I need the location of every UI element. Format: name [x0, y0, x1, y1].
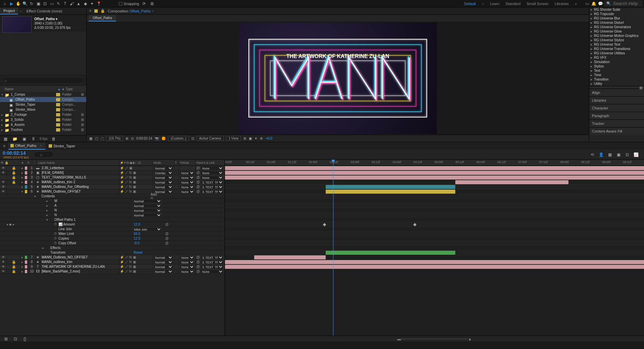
property-row[interactable]: Line Join Miter Join — [0, 227, 225, 232]
search-help[interactable]: 🔍 — [604, 0, 643, 7]
panel-paragraph[interactable]: Paragraph — [589, 112, 644, 119]
track-row[interactable] — [225, 194, 644, 199]
comp-subtab[interactable]: Offset_Paths — [89, 15, 116, 21]
clone-tool-icon[interactable]: ▲ — [75, 0, 82, 7]
new-comp-icon[interactable]: ▣ — [21, 136, 28, 142]
workspace-standard[interactable]: Standard — [506, 2, 521, 6]
text-tool-icon[interactable]: T — [62, 0, 68, 7]
track-row[interactable] — [225, 260, 644, 264]
property-row[interactable]: ▸ N Normal — [0, 213, 225, 217]
track-row[interactable] — [225, 232, 644, 236]
layer-bar[interactable] — [326, 251, 456, 255]
panel-character[interactable]: Character — [589, 104, 644, 112]
chat-icon[interactable]: 💬 — [597, 0, 604, 7]
sync-icon[interactable]: ▭ — [584, 0, 590, 7]
toggle-mask-icon[interactable]: ▢ — [95, 137, 98, 140]
toggle-proxy-icon[interactable]: ⬚ — [101, 137, 104, 140]
timecode-display[interactable]: 0:00:02:14 — [136, 137, 152, 140]
effects-browser[interactable]: ▸RG Shooter Suite▸RG Trapcode▸RG Univers… — [589, 7, 644, 86]
layer-bar[interactable] — [455, 180, 568, 184]
timeline-search-input[interactable] — [34, 151, 54, 158]
timeline-zoom-slider[interactable] — [401, 338, 468, 340]
keyframe-diamond[interactable] — [413, 223, 416, 227]
layer-row[interactable]: 👁 ▸ 7 ★ MANN_Outlines_NO_OFFSET ⚡／ fx▣ N… — [0, 255, 225, 260]
shape-tool-icon[interactable]: ▭ — [48, 0, 55, 7]
track-row[interactable] — [225, 170, 644, 175]
trash-icon[interactable]: 🗑 — [50, 136, 57, 142]
pen-tool-icon[interactable]: ✎ — [55, 0, 62, 7]
track-row[interactable] — [225, 185, 644, 189]
track-row[interactable] — [225, 246, 644, 250]
track-row[interactable] — [225, 180, 644, 185]
timeline-layer-rows[interactable]: 👁 🔒 ▸ 1 ▬ 2.35_Letterbox ⚡／▣ Normal @Non… — [0, 166, 225, 336]
effect-category[interactable]: ▸RG Universe Transitions — [589, 47, 644, 51]
track-row[interactable] — [225, 264, 644, 269]
tab-effect-controls[interactable]: Effect Controls (none) — [23, 7, 66, 14]
pan-behind-icon[interactable]: ⊡ — [42, 0, 48, 7]
lock-icon[interactable]: 🔒 — [100, 9, 105, 13]
hand-tool-icon[interactable]: ✋ — [15, 0, 21, 7]
project-item[interactable]: ▸ 📁 4_Assets Folder ⊞ — [0, 122, 86, 127]
adjust-icon[interactable]: 🎚 — [30, 136, 37, 142]
effect-category[interactable]: ▸RG VFX — [589, 55, 644, 60]
track-row[interactable] — [225, 208, 644, 213]
timeline-ruler[interactable]: 0:00f00:12f01:00f01:12f02:00f02:12f03:00… — [225, 160, 644, 166]
layer-row[interactable]: 👁 🔒 ▸ 1 ▬ 2.35_Letterbox ⚡／▣ Normal @Non… — [0, 166, 225, 170]
col-mode[interactable]: Mode — [153, 160, 174, 165]
track-row[interactable] — [225, 189, 644, 194]
timeline-tab[interactable]: Offset_Paths≡ — [8, 142, 45, 150]
track-row[interactable] — [225, 166, 644, 170]
timeline-current-time[interactable]: 0:00:02:14 — [3, 150, 29, 156]
selection-tool-icon[interactable]: ▶ — [8, 0, 15, 7]
project-item[interactable]: ▣ Offset_Paths Compo... — [0, 97, 86, 102]
panel-content-aware-fill[interactable]: Content-Aware Fill — [589, 127, 644, 135]
property-row[interactable]: ⏱ Copies 12.0 @ — [0, 236, 225, 241]
track-row[interactable] — [225, 175, 644, 180]
track-row[interactable] — [225, 199, 644, 203]
layer-row[interactable]: 👁 🔒 ▸ 4 ★ MANN_outlines_trim 2 ⚡／ fx▣ No… — [0, 180, 225, 185]
toggle-alpha-icon[interactable]: ▦ — [89, 137, 92, 140]
keyframe-diamond[interactable] — [323, 223, 326, 227]
tl-icon-2[interactable]: 👤 — [598, 151, 604, 158]
tl-icon-3[interactable]: ▦ — [606, 151, 613, 158]
effect-category[interactable]: ▸Transition — [589, 77, 644, 82]
track-row[interactable] — [225, 236, 644, 241]
effect-category[interactable]: ▸RG Universe Blur — [589, 16, 644, 20]
effect-category[interactable]: ▸RG Universe Motion Graphics — [589, 34, 644, 38]
track-row[interactable] — [225, 250, 644, 255]
col-trkmat[interactable]: TrkMat — [179, 160, 196, 165]
property-row[interactable]: ⏱ Miter Limit 58.0 @ — [0, 232, 225, 236]
layer-bar[interactable] — [326, 185, 456, 189]
track-row[interactable] — [225, 241, 644, 246]
zoom-in-icon[interactable]: ▲ — [468, 337, 472, 341]
property-row[interactable]: ▸ Effects — [0, 246, 225, 250]
project-col-name[interactable]: Name — [2, 87, 57, 91]
track-row[interactable] — [225, 203, 644, 208]
zoom-out-icon[interactable]: ▬ — [397, 337, 401, 341]
tl-icon-5[interactable]: ⊡ — [624, 151, 631, 158]
property-row[interactable]: ▾ Contents Add: ⊙ — [0, 194, 225, 199]
property-row[interactable]: ▾ Offset Paths 1 — [0, 217, 225, 222]
layer-bar[interactable] — [326, 190, 456, 194]
panel-align[interactable]: Align — [589, 89, 644, 96]
property-row[interactable]: ▸ N Normal — [0, 208, 225, 213]
camera-tool-icon[interactable]: ▣ — [35, 0, 42, 7]
resolution-dropdown[interactable]: (Custom..) — [168, 136, 189, 141]
effect-category[interactable]: ▸Simulation — [589, 60, 644, 64]
view-opt2-icon[interactable]: ▣ — [249, 137, 252, 140]
project-item[interactable]: ▸ 📁 Trashes Folder ⊞ — [0, 127, 86, 132]
workspace-learn[interactable]: Learn — [490, 2, 499, 6]
orbit-tool-icon[interactable]: ↻ — [28, 0, 35, 7]
col-parent[interactable]: Parent & Link — [196, 160, 225, 165]
effect-category[interactable]: ▸RG Universe Distort — [589, 20, 644, 25]
tl-toggle1-icon[interactable]: ⊞ — [3, 336, 9, 342]
view-opt1-icon[interactable]: ⊞ — [243, 137, 246, 140]
property-row[interactable]: ▸ A Normal — [0, 203, 225, 208]
workspace-libraries[interactable]: Libraries — [555, 2, 569, 6]
tl-icon-1[interactable]: ⟲ — [589, 151, 596, 158]
timeline-tab[interactable]: Stroke_Taper — [47, 142, 79, 150]
view-opt4-icon[interactable]: ⚙ — [260, 137, 263, 140]
tl-icon-4[interactable]: ▣ — [615, 151, 622, 158]
effect-category[interactable]: ▸RG Universe Utilities — [589, 51, 644, 55]
guides-icon[interactable]: ⊡ — [131, 137, 134, 140]
